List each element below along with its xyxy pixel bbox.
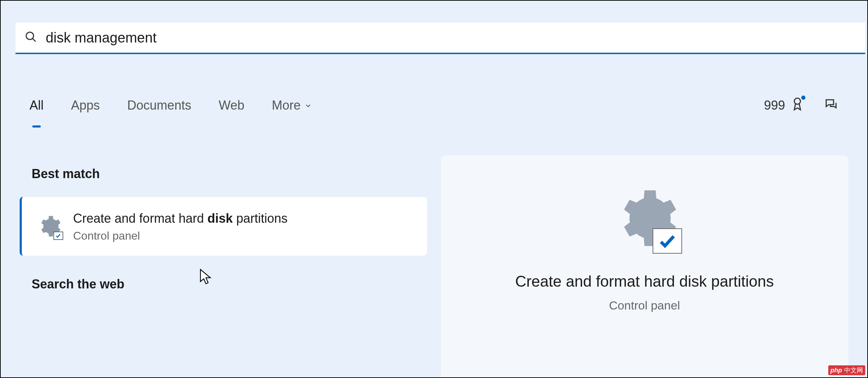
- gear-check-icon: [37, 214, 61, 239]
- tab-more[interactable]: More: [272, 98, 312, 113]
- results-column: Best match Create and format hard disk p…: [20, 167, 427, 307]
- filter-tabs: All Apps Documents Web More 999: [30, 96, 838, 114]
- rewards-button[interactable]: 999: [764, 96, 805, 114]
- tab-all[interactable]: All: [30, 98, 44, 113]
- search-input[interactable]: [46, 30, 856, 46]
- rewards-points: 999: [764, 98, 785, 113]
- preview-subtitle: Control panel: [609, 299, 680, 312]
- chat-icon[interactable]: [824, 97, 838, 113]
- svg-line-1: [33, 39, 36, 42]
- gear-check-icon-large: [611, 185, 678, 252]
- result-title: Create and format hard disk partitions: [73, 210, 287, 227]
- check-icon: [53, 232, 63, 240]
- section-search-web: Search the web: [32, 277, 427, 292]
- result-subtitle: Control panel: [73, 229, 287, 242]
- tab-web[interactable]: Web: [219, 98, 244, 113]
- section-best-match: Best match: [32, 167, 427, 181]
- check-icon: [653, 228, 682, 254]
- svg-point-2: [794, 98, 801, 104]
- chevron-down-icon: [304, 98, 312, 113]
- preview-title: Create and format hard disk partitions: [515, 273, 774, 290]
- rewards-medal-icon: [790, 96, 805, 114]
- svg-point-0: [26, 32, 34, 40]
- preview-panel: Create and format hard disk partitions C…: [441, 155, 848, 377]
- watermark: php中文网: [828, 365, 865, 375]
- tab-apps[interactable]: Apps: [71, 98, 100, 113]
- search-bar[interactable]: [15, 22, 865, 54]
- result-disk-partitions[interactable]: Create and format hard disk partitions C…: [20, 197, 427, 256]
- search-icon: [25, 31, 37, 45]
- tab-documents[interactable]: Documents: [127, 98, 191, 113]
